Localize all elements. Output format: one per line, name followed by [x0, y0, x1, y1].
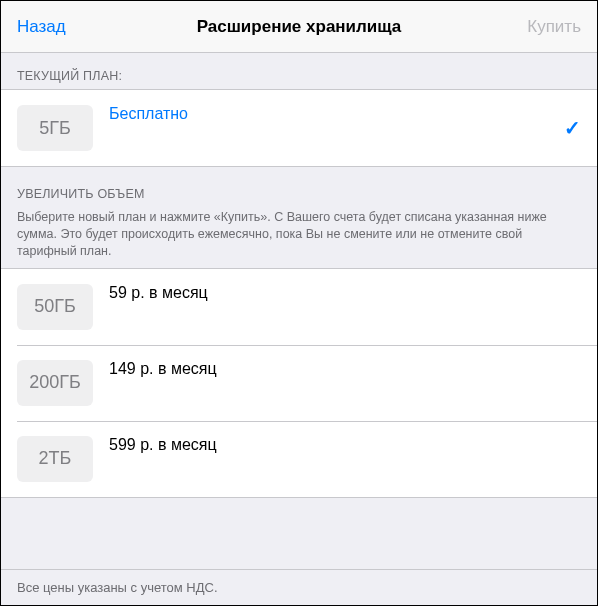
plan-body: 149 р. в месяц: [109, 357, 581, 380]
plan-option-50gb[interactable]: 50ГБ 59 р. в месяц: [1, 269, 597, 345]
plan-price: 149 р. в месяц: [109, 359, 581, 380]
plan-price: 599 р. в месяц: [109, 435, 581, 456]
plan-price: 59 р. в месяц: [109, 283, 581, 304]
back-button[interactable]: Назад: [17, 17, 66, 37]
plan-option-200gb[interactable]: 200ГБ 149 р. в месяц: [1, 345, 597, 421]
plan-size-badge: 200ГБ: [17, 360, 93, 406]
current-plan-cell[interactable]: 5ГБ Бесплатно ✓: [1, 90, 597, 166]
page-title: Расширение хранилища: [1, 17, 597, 37]
storage-upgrade-screen: Назад Расширение хранилища Купить ТЕКУЩИ…: [0, 0, 598, 606]
upgrade-header: УВЕЛИЧИТЬ ОБЪЕМ: [1, 167, 597, 207]
plan-label: Бесплатно: [109, 104, 556, 125]
plan-body: 599 р. в месяц: [109, 433, 581, 456]
plan-size-badge: 5ГБ: [17, 105, 93, 151]
buy-button[interactable]: Купить: [527, 17, 581, 37]
plan-option-2tb[interactable]: 2ТБ 599 р. в месяц: [1, 421, 597, 497]
upgrade-description: Выберите новый план и нажмите «Купить». …: [1, 207, 597, 268]
spacer: [1, 498, 597, 569]
plan-size-badge: 2ТБ: [17, 436, 93, 482]
plan-body: Бесплатно: [109, 102, 556, 125]
current-plan-header: ТЕКУЩИЙ ПЛАН:: [1, 53, 597, 89]
plan-body: 59 р. в месяц: [109, 281, 581, 304]
plan-size-badge: 50ГБ: [17, 284, 93, 330]
navbar: Назад Расширение хранилища Купить: [1, 1, 597, 53]
current-plan-group: 5ГБ Бесплатно ✓: [1, 89, 597, 167]
checkmark-icon: ✓: [564, 116, 581, 140]
vat-footer: Все цены указаны с учетом НДС.: [1, 569, 597, 605]
upgrade-plans-group: 50ГБ 59 р. в месяц 200ГБ 149 р. в месяц …: [1, 268, 597, 498]
